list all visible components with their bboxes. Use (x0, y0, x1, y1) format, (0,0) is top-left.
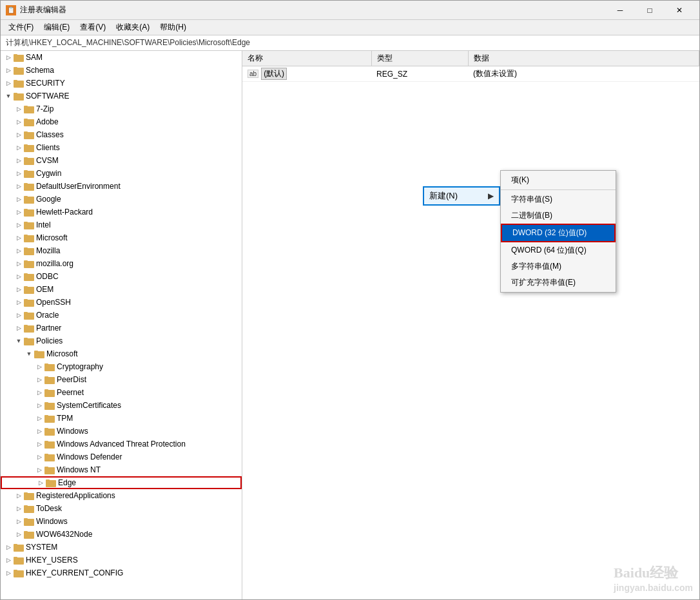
expander-google: ▷ (14, 194, 24, 204)
tree-panel[interactable]: ▷ SAM ▷ Schema ▷ SECURITY (1, 51, 242, 599)
tree-item-system[interactable]: ▷ SYSTEM (1, 541, 242, 554)
svg-rect-26 (24, 209, 28, 211)
tree-label-systemcerts: SystemCertificates (57, 401, 121, 410)
menu-item-expandstring[interactable]: 可扩充字符串值(E) (501, 275, 616, 291)
tree-label-7zip: 7-Zip (36, 104, 53, 113)
svg-rect-8 (14, 93, 17, 95)
tree-item-systemcerts[interactable]: ▷ SystemCertificates (1, 399, 242, 412)
menu-favorites[interactable]: 收藏夹(A) (111, 21, 155, 34)
menu-item-multistring[interactable]: 多字符串值(M) (501, 258, 616, 275)
tree-item-hp[interactable]: ▷ Hewlett-Packard (1, 206, 242, 218)
svg-rect-16 (24, 144, 28, 146)
folder-icon-cvsm (24, 156, 34, 165)
minimize-button[interactable]: ─ (605, 1, 635, 20)
tree-item-clients[interactable]: ▷ Clients (1, 141, 242, 154)
new-submenu-arrow: ▶ (488, 191, 494, 200)
expander-oem: ▷ (14, 284, 24, 295)
new-submenu-text: 新建(N) (429, 190, 458, 202)
tree-item-tpm[interactable]: ▷ TPM (1, 412, 242, 425)
tree-item-windows-sw[interactable]: ▷ Windows (1, 515, 242, 528)
tree-item-cryptography[interactable]: ▷ Cryptography (1, 360, 242, 373)
maximize-button[interactable]: □ (635, 1, 665, 20)
folder-icon-classes (24, 130, 34, 139)
menu-file[interactable]: 文件(F) (3, 21, 39, 34)
svg-rect-64 (44, 454, 48, 456)
svg-rect-46 (24, 338, 28, 340)
tree-item-mozilla-org[interactable]: ▷ mozilla.org (1, 257, 242, 270)
expander-hkey-current-config: ▷ (3, 568, 14, 578)
menu-item-binary-value[interactable]: 二进制值(B) (501, 208, 616, 224)
folder-icon-7zip (24, 104, 34, 113)
tree-item-openssh[interactable]: ▷ OpenSSH (1, 296, 242, 309)
reg-ab-badge: ab (248, 70, 258, 78)
expander-hp: ▷ (14, 207, 24, 217)
menu-view[interactable]: 查看(V) (75, 21, 111, 34)
tree-label-policies: Policies (36, 336, 63, 345)
expander-7zip: ▷ (14, 104, 24, 114)
menu-item-dword[interactable]: DWORD (32 位)值(D) (501, 224, 616, 242)
tree-item-edge[interactable]: ▷ Edge (1, 476, 242, 489)
tree-item-adobe[interactable]: ▷ Adobe (1, 115, 242, 128)
svg-rect-12 (24, 119, 28, 121)
tree-item-wow6432[interactable]: ▷ WOW6432Node (1, 528, 242, 541)
tree-item-7zip[interactable]: ▷ 7-Zip (1, 102, 242, 115)
tree-label-odbc: ODBC (36, 272, 59, 281)
folder-icon-regapps (24, 491, 34, 500)
tree-item-software[interactable]: ▼ SOFTWARE (1, 90, 242, 102)
tree-item-windows[interactable]: ▷ Windows (1, 425, 242, 438)
tree-item-regapps[interactable]: ▷ RegisteredApplications (1, 489, 242, 502)
expander-watp: ▷ (34, 439, 44, 449)
tree-item-microsoft-policies[interactable]: ▼ Microsoft (1, 347, 242, 360)
col-header-name: 名称 (242, 51, 371, 66)
new-submenu-button[interactable]: 新建(N) ▶ (423, 186, 500, 206)
reg-name-cell: ab (默认) (242, 66, 371, 82)
folder-icon-openssh (24, 298, 34, 307)
tree-item-intel[interactable]: ▷ Intel (1, 218, 242, 231)
tree-item-security[interactable]: ▷ SECURITY (1, 77, 242, 90)
tree-item-watp[interactable]: ▷ Windows Advanced Threat Protection (1, 438, 242, 450)
close-button[interactable]: ✕ (665, 1, 694, 20)
tree-item-oem[interactable]: ▷ OEM (1, 283, 242, 296)
svg-rect-34 (24, 260, 28, 262)
tree-item-peerdist[interactable]: ▷ PeerDist (1, 373, 242, 386)
svg-rect-80 (14, 557, 17, 559)
expander-openssh: ▷ (14, 297, 24, 307)
svg-rect-36 (24, 273, 28, 275)
tree-item-partner[interactable]: ▷ Partner (1, 322, 242, 334)
tree-item-google[interactable]: ▷ Google (1, 193, 242, 206)
tree-item-hkey-users[interactable]: ▷ HKEY_USERS (1, 554, 242, 566)
folder-icon-todesk (24, 504, 34, 513)
tree-item-oracle[interactable]: ▷ Oracle (1, 309, 242, 322)
expander-software: ▼ (3, 91, 14, 101)
expander-systemcerts: ▷ (34, 400, 44, 411)
svg-rect-38 (24, 286, 28, 288)
menu-help[interactable]: 帮助(H) (155, 21, 191, 34)
menu-edit[interactable]: 编辑(E) (39, 21, 75, 34)
menu-item-key[interactable]: 项(K) (501, 172, 616, 188)
tree-item-cvsm[interactable]: ▷ CVSM (1, 154, 242, 167)
tree-item-cygwin[interactable]: ▷ Cygwin (1, 167, 242, 180)
table-row[interactable]: ab (默认) REG_SZ (数值未设置) (242, 66, 699, 82)
folder-icon-policies (24, 336, 34, 345)
tree-item-odbc[interactable]: ▷ ODBC (1, 270, 242, 283)
context-popup: 项(K) 字符串值(S) 二进制值(B) DWORD (32 位)值(D) QW… (500, 170, 616, 293)
tree-item-microsoft-sw[interactable]: ▷ Microsoft (1, 231, 242, 244)
menu-item-string-value[interactable]: 字符串值(S) (501, 191, 616, 208)
tree-item-defaultuserenv[interactable]: ▷ DefaultUserEnvironment (1, 180, 242, 193)
expander-oracle: ▷ (14, 310, 24, 320)
expander-clients: ▷ (14, 142, 24, 153)
tree-item-schema[interactable]: ▷ Schema (1, 64, 242, 77)
tree-item-todesk[interactable]: ▷ ToDesk (1, 502, 242, 515)
tree-label-hkey-users: HKEY_USERS (26, 556, 78, 565)
tree-item-classes[interactable]: ▷ Classes (1, 128, 242, 141)
menu-item-qword[interactable]: QWORD (64 位)值(Q) (501, 242, 616, 258)
folder-icon-peernet (44, 388, 55, 397)
tree-item-winnt[interactable]: ▷ Windows NT (1, 463, 242, 476)
tree-item-hkey-current-config[interactable]: ▷ HKEY_CURRENT_CONFIG (1, 566, 242, 579)
tree-item-peernet[interactable]: ▷ Peernet (1, 386, 242, 399)
tree-item-windefender[interactable]: ▷ Windows Defender (1, 450, 242, 463)
tree-item-mozilla[interactable]: ▷ Mozilla (1, 244, 242, 257)
tree-item-sam[interactable]: ▷ SAM (1, 51, 242, 64)
tree-item-policies[interactable]: ▼ Policies (1, 334, 242, 347)
expander-schema: ▷ (3, 65, 14, 75)
